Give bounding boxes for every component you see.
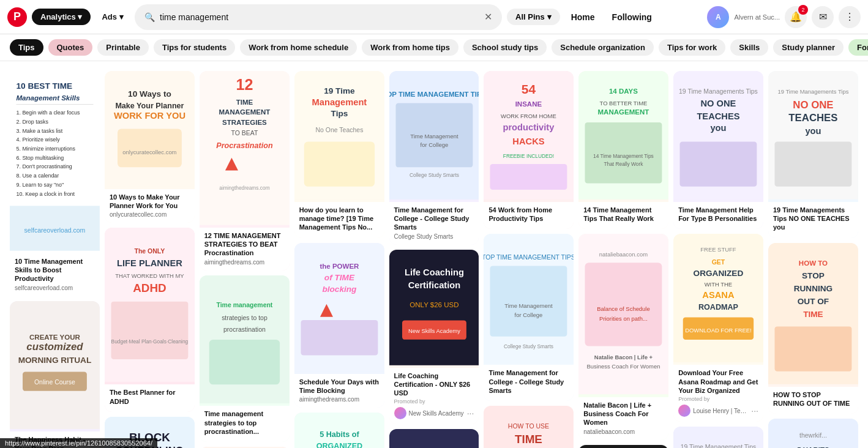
tag-skills[interactable]: Skills [730, 39, 768, 56]
pin-card[interactable]: The ONLY LIFE PLANNER THAT WORKED WITH M… [105, 228, 195, 411]
tag-tips[interactable]: Tips [10, 39, 43, 56]
user-name: Alvern at Suc... [734, 13, 780, 21]
pin-card[interactable]: nataliebaacon.com Balance of Schedule Pr… [578, 234, 668, 439]
tag-quotes[interactable]: Quotes [48, 39, 93, 56]
pin-card[interactable]: HOW TO STOP RUNNING OUT OF TIME HOW TO S… [768, 243, 858, 414]
pinterest-logo[interactable]: P [7, 7, 27, 27]
ads-nav[interactable]: Ads ▾ [95, 9, 130, 25]
pin-grid: 10 BEST TIME Management Skills 1. Begin … [0, 61, 868, 448]
notifications-button[interactable]: 🔔 2 [785, 6, 807, 28]
tag-printable[interactable]: Printable [97, 39, 149, 56]
pin-card[interactable]: 5 Habits of ORGANIZED PEOPLE You Can Ado… [294, 413, 384, 448]
home-link[interactable]: Home [565, 9, 601, 26]
tag-work-from-home-schedule[interactable]: Work from home schedule [240, 39, 357, 56]
pin-card[interactable]: 10 BEST TIME Management Skills 1. Begin … [10, 71, 100, 296]
more-options-button[interactable]: ⋮ [839, 6, 861, 28]
chat-button[interactable]: ✉ [812, 6, 834, 28]
pin-card[interactable]: THIS FUTURISTIC PATCH USES NANOTECH TO "… [578, 445, 668, 448]
pin-card[interactable]: 19 Time Management Tips No One Teaches H… [294, 71, 384, 238]
pin-card[interactable]: 19 Time Managements Tips NO ONE TEACHES … [673, 71, 763, 229]
pin-card[interactable]: 10 Ways to Make Your Planner WORK FOR YO… [105, 71, 195, 223]
pin-card[interactable]: 19 Time Management Tips No One Teaches H… [673, 427, 763, 448]
top-icons: A Alvern at Suc... 🔔 2 ✉ ⋮ [707, 6, 861, 28]
pin-card[interactable]: the secret to BALANCING IT ALL WORK SCHO… [389, 429, 479, 448]
user-avatar[interactable]: A [707, 6, 729, 28]
pin-card[interactable]: TOP TIME MANAGEMENT TIPS Time Management… [484, 234, 574, 401]
search-input[interactable] [160, 12, 479, 22]
pin-card[interactable]: TOP TIME MANAGEMENT TIPS Time Management… [389, 71, 479, 245]
notification-badge: 2 [798, 5, 808, 15]
pin-card[interactable]: 12 TIME MANAGEMENT STRATEGIES TO BEAT Pr… [200, 71, 290, 271]
status-bar: https://www.pinterest.ie/pin/12610085830… [0, 438, 157, 448]
pin-card[interactable]: FREE STUFF GET ORGANIZED WITH THE ASANA … [673, 234, 763, 422]
tag-tips-for-work[interactable]: Tips for work [659, 39, 725, 56]
search-icon: 🔍 [144, 12, 155, 22]
tag-for-moms[interactable]: For moms [848, 39, 868, 56]
topbar: P Analytics ▾ Ads ▾ 🔍 ✕ All Pins ▾ Home … [0, 0, 868, 34]
pin-card[interactable]: thewrkif... 5 HABITS THAT WILL SKYROCKET… [768, 419, 858, 448]
search-clear-icon[interactable]: ✕ [484, 11, 492, 23]
tag-schedule-organization[interactable]: Schedule organization [552, 39, 654, 56]
pin-card[interactable]: Time management strategies to top procra… [200, 275, 290, 442]
tag-study-planner[interactable]: Study planner [773, 39, 844, 56]
search-bar[interactable]: 🔍 ✕ [135, 4, 502, 30]
tag-work-from-home-tips[interactable]: Work from home tips [362, 39, 458, 56]
pin-card[interactable]: 54 INSANE WORK FROM HOME productivity HA… [484, 71, 574, 229]
tag-tips-for-students[interactable]: Tips for students [154, 39, 235, 56]
pin-card[interactable]: the POWER of TIME blocking Schedule Your… [294, 243, 384, 408]
filter-button[interactable]: All Pins ▾ [507, 9, 560, 25]
pin-card[interactable]: HOW TO USE TIME BLOCKING to GET MORE DON… [484, 406, 574, 448]
pin-card[interactable]: CREATE YOUR customized MORNING RITUAL On… [10, 301, 100, 448]
pin-card[interactable]: Life Coaching Certification ONLY $26 USD… [389, 250, 479, 425]
pin-card[interactable]: 19 Time Managements Tips NO ONE TEACHES … [768, 71, 858, 238]
following-link[interactable]: Following [606, 9, 658, 26]
pin-card[interactable]: 14 DAYS TO BETTER TIME MANAGEMENT 14 Tim… [578, 71, 668, 229]
tag-school-study-tips[interactable]: School study tips [463, 39, 547, 56]
analytics-nav[interactable]: Analytics ▾ [32, 9, 91, 25]
tags-bar: TipsQuotesPrintableTips for studentsWork… [0, 34, 868, 61]
